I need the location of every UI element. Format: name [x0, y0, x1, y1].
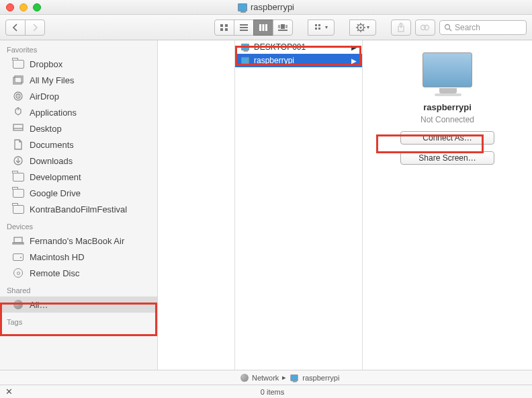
close-window-button[interactable]: [6, 3, 14, 11]
view-mode-buttons: [214, 19, 293, 36]
sidebar-item-kontrabando[interactable]: KontraBandoFilmFestival: [0, 201, 157, 217]
nav-buttons: [5, 19, 45, 36]
sidebar-item-label: Documents: [30, 140, 74, 150]
svg-rect-10: [281, 24, 285, 29]
svg-rect-0: [220, 24, 223, 27]
empty-column: [158, 40, 235, 370]
forward-button[interactable]: [25, 19, 45, 36]
hd-icon: [12, 251, 24, 262]
toolbar: ▾ ▾ Search: [0, 15, 532, 40]
window-title: raspberrypi: [251, 2, 294, 12]
folder-icon: [12, 204, 24, 214]
search-placeholder: Search: [455, 23, 480, 32]
back-button[interactable]: [5, 19, 26, 36]
tags-button[interactable]: [415, 19, 435, 36]
svg-line-27: [363, 24, 364, 26]
sidebar-item-all-my-files[interactable]: All My Files: [0, 72, 157, 88]
svg-rect-13: [278, 30, 287, 31]
svg-rect-8: [263, 24, 265, 31]
status-bar: ✕ 0 items: [0, 385, 532, 398]
preview-status: Not Connected: [420, 115, 474, 124]
sidebar-item-label: AirDrop: [30, 91, 59, 102]
svg-line-24: [357, 24, 359, 26]
search-field[interactable]: Search: [439, 20, 527, 35]
sidebar-item-label: KontraBandoFilmFestival: [30, 204, 127, 214]
sidebar-item-remote-disc[interactable]: Remote Disc: [0, 265, 157, 281]
sidebar-item-dropbox[interactable]: Dropbox: [0, 56, 157, 72]
preview-pane: raspberrypi Not Connected Connect As… Sh…: [363, 40, 532, 370]
sidebar-item-desktop[interactable]: Desktop: [0, 120, 157, 136]
svg-point-38: [17, 95, 19, 97]
sidebar-item-macintosh-hd[interactable]: Macintosh HD: [0, 249, 157, 265]
svg-rect-7: [259, 24, 261, 31]
path-root[interactable]: Network: [252, 374, 279, 382]
sidebar-item-label: Dropbox: [30, 59, 62, 69]
svg-rect-14: [315, 24, 317, 26]
sidebar-item-downloads[interactable]: Downloads: [0, 153, 157, 169]
sidebar-item-google-drive[interactable]: Google Drive: [0, 185, 157, 201]
column-item-raspberrypi[interactable]: raspberrypi ▶: [235, 54, 362, 67]
svg-rect-45: [13, 243, 24, 244]
laptop-icon: [12, 235, 24, 246]
svg-rect-44: [14, 237, 22, 243]
svg-rect-5: [240, 27, 248, 28]
svg-rect-6: [240, 30, 248, 31]
share-button[interactable]: [391, 19, 411, 36]
action-button[interactable]: ▾: [349, 19, 376, 36]
downloads-icon: [12, 155, 24, 166]
column-item-desktop001[interactable]: DESKTOP001 ▶: [235, 40, 362, 54]
zoom-window-button[interactable]: [33, 3, 41, 11]
folder-icon: [12, 171, 24, 182]
sidebar-item-applications[interactable]: Applications: [0, 104, 157, 120]
svg-point-32: [445, 24, 450, 29]
sidebar-item-documents[interactable]: Documents: [0, 136, 157, 153]
svg-rect-2: [220, 28, 223, 31]
search-icon: [444, 24, 452, 32]
sidebar-favorites-header: Favorites: [0, 40, 157, 56]
view-list-button[interactable]: [234, 19, 254, 36]
folder-icon: [12, 188, 24, 198]
svg-rect-4: [240, 24, 248, 26]
sidebar-item-macbook[interactable]: Fernando's MacBook Air: [0, 233, 157, 249]
sidebar-tags-header: Tags: [0, 313, 157, 328]
airdrop-icon: [12, 91, 24, 102]
preview-title: raspberrypi: [423, 102, 472, 112]
sidebar-item-label: Remote Disc: [30, 268, 79, 278]
svg-rect-9: [265, 24, 267, 31]
close-indicator-icon[interactable]: ✕: [5, 387, 13, 397]
view-coverflow-button[interactable]: [273, 19, 293, 36]
column-item-label: raspberrypi: [254, 56, 294, 65]
view-column-button[interactable]: [253, 19, 273, 36]
path-leaf[interactable]: raspberrypi: [302, 374, 339, 382]
svg-rect-15: [318, 24, 320, 26]
path-bar: Network ▸ raspberrypi: [0, 370, 532, 385]
documents-icon: [12, 139, 24, 150]
view-icon-button[interactable]: [214, 19, 234, 36]
globe-icon: [12, 299, 24, 310]
chevron-right-icon: ▸: [282, 373, 286, 382]
sidebar-devices-header: Devices: [0, 217, 157, 233]
sidebar: Favorites Dropbox All My Files AirDrop A…: [0, 40, 158, 370]
computer-icon: [241, 57, 249, 64]
computer-icon: [238, 3, 247, 11]
connect-as-button[interactable]: Connect As…: [400, 131, 494, 145]
svg-rect-3: [225, 28, 228, 31]
svg-rect-12: [285, 25, 287, 28]
sidebar-item-label: Fernando's MacBook Air: [30, 236, 124, 246]
titlebar: raspberrypi: [0, 0, 532, 15]
desktop-icon: [12, 123, 24, 134]
sidebar-item-airdrop[interactable]: AirDrop: [0, 88, 157, 104]
arrange-button[interactable]: ▾: [308, 19, 335, 36]
share-screen-button[interactable]: Share Screen…: [400, 151, 494, 165]
all-files-icon: [12, 75, 24, 85]
window-controls: [6, 3, 41, 11]
sidebar-item-label: Macintosh HD: [30, 252, 85, 262]
minimize-window-button[interactable]: [19, 3, 28, 11]
svg-point-19: [360, 26, 362, 28]
computer-icon: [291, 374, 298, 381]
globe-icon: [240, 374, 249, 382]
sidebar-item-all-shared[interactable]: All…: [0, 296, 157, 313]
sidebar-item-development[interactable]: Development: [0, 169, 157, 185]
column-item-label: DESKTOP001: [254, 42, 306, 52]
column-list: DESKTOP001 ▶ raspberrypi ▶: [235, 40, 363, 370]
